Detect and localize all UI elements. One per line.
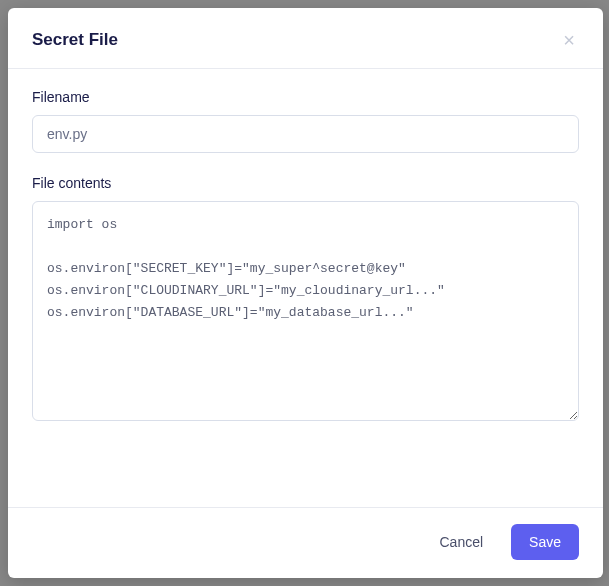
modal-body: Filename File contents — [8, 69, 603, 507]
contents-label: File contents — [32, 175, 579, 191]
file-contents-textarea[interactable] — [32, 201, 579, 421]
modal-header: Secret File × — [8, 8, 603, 69]
close-icon: × — [563, 29, 575, 51]
close-button[interactable]: × — [559, 26, 579, 54]
secret-file-modal: Secret File × Filename File contents Can… — [8, 8, 603, 578]
save-button[interactable]: Save — [511, 524, 579, 560]
contents-field-group: File contents — [32, 175, 579, 425]
modal-title: Secret File — [32, 30, 118, 50]
modal-footer: Cancel Save — [8, 507, 603, 578]
cancel-button[interactable]: Cancel — [421, 524, 501, 560]
filename-input[interactable] — [32, 115, 579, 153]
filename-field-group: Filename — [32, 89, 579, 153]
filename-label: Filename — [32, 89, 579, 105]
